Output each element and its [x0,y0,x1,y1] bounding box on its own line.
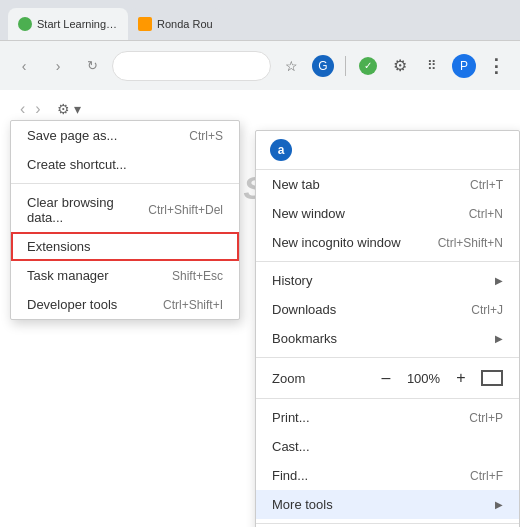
browser-chrome: Start Learning at Tree Ronda Rou ‹ › ↻ ☆… [0,0,520,90]
zoom-in-button[interactable]: + [449,366,473,390]
forward-button[interactable]: › [44,52,72,80]
zoom-out-button[interactable]: – [374,366,398,390]
back-button[interactable]: ‹ [10,52,38,80]
tab-bar: Start Learning at Tree Ronda Rou [0,0,520,40]
ctx-extensions[interactable]: Extensions [11,232,239,261]
cm-header: a [256,131,519,170]
bookmark-star-icon[interactable]: ☆ [277,52,305,80]
refresh-button[interactable]: ↻ [78,52,106,80]
cm-downloads[interactable]: Downloads Ctrl+J [256,295,519,324]
next-arrow[interactable]: › [35,100,40,118]
cm-incognito[interactable]: New incognito window Ctrl+Shift+N [256,228,519,257]
nav-arrows: ‹ › ⚙ ▾ [20,100,500,118]
cm-find[interactable]: Find... Ctrl+F [256,461,519,490]
cm-divider-1 [256,261,519,262]
tab-1-icon [18,17,32,31]
user-avatar-icon[interactable]: P [450,52,478,80]
extensions-puzzle-icon[interactable]: ⠿ [418,52,446,80]
ctx-task-manager[interactable]: Task manager Shift+Esc [11,261,239,290]
ctx-clear-browsing[interactable]: Clear browsing data... Ctrl+Shift+Del [11,188,239,232]
page-content: ‹ › ⚙ ▾ ↩ ADD A REPLY Similar topics APP… [0,90,520,527]
ctx-save-page[interactable]: Save page as... Ctrl+S [11,121,239,150]
toolbar-icons: ☆ G ✓ ⚙ ⠿ P ⋮ [277,52,510,80]
cm-new-tab[interactable]: New tab Ctrl+T [256,170,519,199]
toolbar: ‹ › ↻ ☆ G ✓ ⚙ ⠿ P ⋮ [0,40,520,90]
cm-more-tools[interactable]: More tools [256,490,519,519]
cm-avatar: a [270,139,292,161]
ctx-developer-tools[interactable]: Developer tools Ctrl+Shift+I [11,290,239,319]
tab-2[interactable]: Ronda Rou [128,8,223,40]
google-account-icon[interactable]: G [309,52,337,80]
cm-history[interactable]: History [256,266,519,295]
cm-new-window[interactable]: New window Ctrl+N [256,199,519,228]
cm-zoom-controls: – 100% + [374,366,503,390]
tab-2-label: Ronda Rou [157,18,213,30]
tab-1-label: Start Learning at Tree [37,18,118,30]
page-gear-icon[interactable]: ⚙ ▾ [57,101,81,117]
ext-icon-green: ✓ [359,57,377,75]
ctx-create-shortcut[interactable]: Create shortcut... [11,150,239,179]
address-bar[interactable] [112,51,271,81]
tab-2-icon [138,17,152,31]
toolbar-divider [345,56,346,76]
settings-icon[interactable]: ⚙ [386,52,414,80]
chrome-menu: a New tab Ctrl+T New window Ctrl+N New i… [255,130,520,527]
cm-bookmarks[interactable]: Bookmarks [256,324,519,353]
context-menu: Save page as... Ctrl+S Create shortcut..… [10,120,240,320]
ctx-divider-1 [11,183,239,184]
cm-zoom-row: Zoom – 100% + [256,362,519,394]
cm-print[interactable]: Print... Ctrl+P [256,403,519,432]
user-avatar: P [452,54,476,78]
chrome-menu-button[interactable]: ⋮ [482,52,510,80]
zoom-value: 100% [406,371,441,386]
extension-icon-1[interactable]: ✓ [354,52,382,80]
cm-divider-2 [256,357,519,358]
cm-cast[interactable]: Cast... [256,432,519,461]
cm-divider-3 [256,398,519,399]
prev-arrow[interactable]: ‹ [20,100,25,118]
account-avatar: G [312,55,334,77]
zoom-fullscreen-button[interactable] [481,370,503,386]
tab-1[interactable]: Start Learning at Tree [8,8,128,40]
cm-divider-4 [256,523,519,524]
